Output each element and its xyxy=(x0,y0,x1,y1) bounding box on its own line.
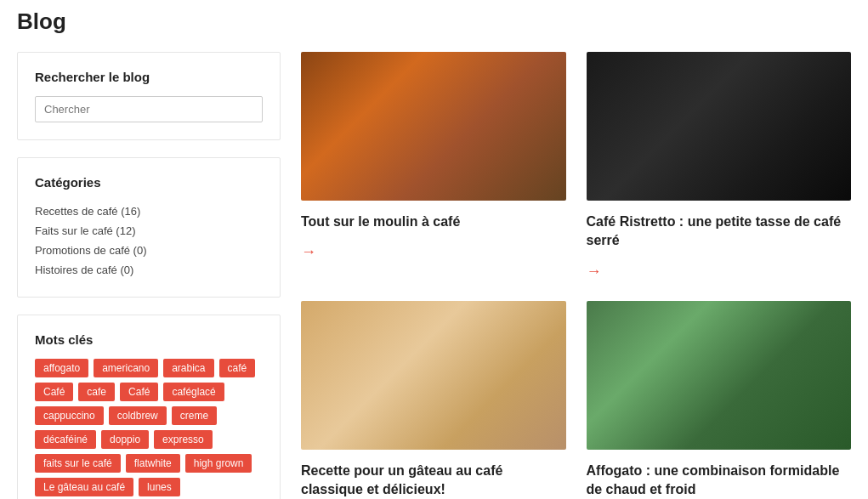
categories-list: Recettes de café (16)Faits sur le café (… xyxy=(35,201,263,280)
post-title[interactable]: Recette pour un gâteau au café classique… xyxy=(301,462,566,499)
post-card: Recette pour un gâteau au café classique… xyxy=(301,301,566,499)
post-title[interactable]: Affogato : une combinaison formidable de… xyxy=(587,462,852,499)
tag-item[interactable]: Le gâteau au café xyxy=(35,478,133,496)
post-image-4 xyxy=(587,301,852,450)
categories-widget-title: Catégories xyxy=(35,175,263,190)
tag-item[interactable]: caféglacé xyxy=(163,383,224,401)
tag-item[interactable]: coldbrew xyxy=(109,406,167,425)
post-card: Tout sur le moulin à café→ xyxy=(301,52,566,281)
tag-item[interactable]: expresso xyxy=(154,430,213,449)
post-arrow-link[interactable]: → xyxy=(587,263,852,281)
sidebar: Rechercher le blog Catégories Recettes d… xyxy=(17,52,281,499)
category-item[interactable]: Promotions de café (0) xyxy=(35,241,263,260)
tag-item[interactable]: cappuccino xyxy=(35,406,104,425)
category-item[interactable]: Histoires de café (0) xyxy=(35,260,263,280)
tags-widget-title: Mots clés xyxy=(35,332,263,347)
tag-item[interactable]: affogato xyxy=(35,359,88,377)
post-title[interactable]: Tout sur le moulin à café xyxy=(301,213,566,231)
tag-item[interactable]: cafe xyxy=(78,383,115,401)
category-item[interactable]: Recettes de café (16) xyxy=(35,201,263,221)
search-widget: Rechercher le blog xyxy=(17,52,281,140)
tag-item[interactable]: doppio xyxy=(101,430,149,449)
post-card: Café Ristretto : une petite tasse de caf… xyxy=(587,52,852,281)
search-widget-title: Rechercher le blog xyxy=(35,70,263,84)
tags-widget: Mots clés affogatoamericanoarabicacaféCa… xyxy=(17,315,281,499)
post-card: Affogato : une combinaison formidable de… xyxy=(587,301,852,499)
main-content: Tout sur le moulin à café→Café Ristretto… xyxy=(301,52,851,499)
page-title: Blog xyxy=(17,9,851,35)
tag-item[interactable]: Café xyxy=(120,383,158,401)
posts-grid: Tout sur le moulin à café→Café Ristretto… xyxy=(301,52,851,499)
tags-container: affogatoamericanoarabicacaféCafécafeCafé… xyxy=(35,359,263,499)
tag-item[interactable]: café xyxy=(219,359,256,377)
post-image-3 xyxy=(301,301,566,450)
tag-item[interactable]: high grown xyxy=(185,454,252,473)
post-title[interactable]: Café Ristretto : une petite tasse de caf… xyxy=(587,213,852,251)
post-image-1 xyxy=(301,52,566,201)
tag-item[interactable]: americano xyxy=(94,359,158,377)
tag-item[interactable]: flatwhite xyxy=(126,454,180,473)
tag-item[interactable]: Café xyxy=(35,383,73,401)
tag-item[interactable]: lunes xyxy=(139,478,180,496)
tag-item[interactable]: décaféiné xyxy=(35,430,96,449)
tag-item[interactable]: creme xyxy=(172,406,217,425)
tag-item[interactable]: faits sur le café xyxy=(35,454,121,473)
search-input[interactable] xyxy=(35,96,263,122)
categories-widget: Catégories Recettes de café (16)Faits su… xyxy=(17,157,281,298)
post-image-2 xyxy=(587,52,852,201)
category-item[interactable]: Faits sur le café (12) xyxy=(35,221,263,241)
tag-item[interactable]: arabica xyxy=(163,359,213,377)
post-arrow-link[interactable]: → xyxy=(301,243,566,261)
